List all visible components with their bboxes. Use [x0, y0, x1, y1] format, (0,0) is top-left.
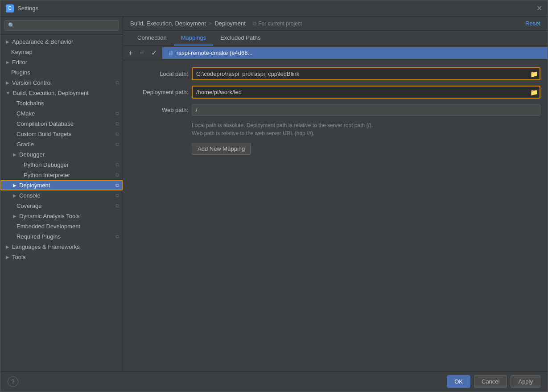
sidebar-tree: ▶ Appearance & Behavior Keymap ▶ Editor … — [0, 35, 123, 371]
sidebar-item-label: Deployment — [19, 182, 50, 189]
sidebar-item-gradle[interactable]: Gradle ⧉ — [0, 139, 123, 149]
sidebar-item-label: Languages & Frameworks — [12, 243, 80, 250]
title-bar: C Settings ✕ — [0, 0, 548, 17]
web-path-input[interactable] — [192, 104, 540, 116]
copy-icon: ⧉ — [115, 80, 119, 86]
sidebar-item-keymap[interactable]: Keymap — [0, 47, 123, 57]
deployment-path-row: Deployment path: 📁 — [130, 86, 540, 99]
sidebar-item-compilation-db[interactable]: Compilation Database ⧉ — [0, 119, 123, 129]
web-path-label: Web path: — [130, 107, 188, 113]
sidebar-item-label: Console — [19, 192, 41, 199]
apply-button[interactable]: Apply — [511, 375, 540, 388]
expand-arrow: ▶ — [13, 193, 16, 198]
search-input[interactable] — [4, 20, 119, 31]
sidebar-item-label: Toolchains — [16, 100, 44, 107]
sidebar-item-python-interpreter[interactable]: Python Interpreter ⧉ — [0, 170, 123, 180]
sidebar-item-label: CMake — [16, 110, 35, 117]
sidebar-item-debugger[interactable]: ▶ Debugger — [0, 149, 123, 160]
web-path-row: Web path: — [130, 104, 540, 116]
check-server-button[interactable]: ✓ — [149, 48, 159, 58]
sidebar-item-dynamic-analysis[interactable]: ▶ Dynamic Analysis Tools — [0, 211, 123, 221]
server-name: raspi-remote-cmake (e4d66... — [177, 50, 253, 56]
copy-icon: ⧉ — [115, 111, 119, 116]
expand-arrow: ▶ — [13, 214, 16, 219]
sidebar-item-label: Embedded Development — [16, 223, 80, 230]
copy-icon: ⧉ — [115, 203, 119, 209]
expand-arrow: ▶ — [6, 39, 9, 44]
ok-button[interactable]: OK — [447, 375, 470, 388]
sidebar-item-python-debugger[interactable]: Python Debugger ⧉ — [0, 160, 123, 170]
help-button[interactable]: ? — [8, 376, 18, 387]
sidebar-item-label: Plugins — [11, 69, 30, 76]
bottom-left: ? — [8, 376, 18, 387]
remove-server-button[interactable]: − — [138, 48, 145, 58]
tabs-bar: Connection Mappings Excluded Paths — [123, 31, 548, 46]
sidebar-item-tools[interactable]: ▶ Tools — [0, 252, 123, 262]
deployment-path-input[interactable] — [192, 86, 540, 99]
sidebar-item-build-exec-deploy[interactable]: ▼ Build, Execution, Deployment — [0, 88, 123, 98]
sidebar-item-label: Python Interpreter — [24, 172, 70, 178]
sidebar-item-coverage[interactable]: Coverage ⧉ — [0, 201, 123, 211]
deployment-path-browse-button[interactable]: 📁 — [528, 88, 540, 97]
sidebar-item-label: Version Control — [12, 79, 52, 86]
window-title: Settings — [17, 5, 38, 12]
tab-mappings[interactable]: Mappings — [174, 31, 213, 45]
sidebar-item-label: Custom Build Targets — [16, 131, 71, 137]
local-path-browse-button[interactable]: 📁 — [528, 70, 540, 78]
app-icon: C — [6, 4, 14, 12]
settings-window: C Settings ✕ ▶ Appearance & Behavior Key… — [0, 0, 548, 392]
sidebar: ▶ Appearance & Behavior Keymap ▶ Editor … — [0, 17, 123, 371]
sidebar-item-label: Coverage — [16, 202, 41, 209]
add-server-button[interactable]: + — [127, 48, 134, 58]
sidebar-item-label: Keymap — [11, 49, 33, 55]
sidebar-item-version-control[interactable]: ▶ Version Control ⧉ — [0, 78, 123, 88]
sidebar-item-required-plugins[interactable]: Required Plugins ⧉ — [0, 231, 123, 242]
content-area: ▶ Appearance & Behavior Keymap ▶ Editor … — [0, 17, 548, 371]
search-box — [0, 17, 123, 35]
tab-excluded-paths[interactable]: Excluded Paths — [213, 31, 268, 45]
sidebar-item-label: Required Plugins — [16, 233, 61, 240]
sidebar-item-deployment[interactable]: ▶ Deployment ⧉ — [0, 180, 123, 190]
sidebar-item-toolchains[interactable]: Toolchains — [0, 98, 123, 108]
expand-arrow: ▶ — [6, 80, 9, 85]
deployment-path-label: Deployment path: — [130, 89, 188, 95]
server-icon: 🖥 — [168, 50, 174, 57]
sidebar-item-custom-build-targets[interactable]: Custom Build Targets ⧉ — [0, 129, 123, 139]
cancel-button[interactable]: Cancel — [474, 375, 507, 388]
local-path-container: 📁 — [192, 67, 540, 80]
copy-icon: ⧉ — [115, 234, 119, 239]
sidebar-item-embedded-dev[interactable]: Embedded Development — [0, 221, 123, 231]
sidebar-item-label: Tools — [12, 254, 25, 260]
server-area: + − ✓ 🖥 raspi-remote-cmake (e4d66... — [123, 46, 548, 60]
local-path-label: Local path: — [130, 70, 188, 77]
sidebar-item-cmake[interactable]: CMake ⧉ — [0, 108, 123, 119]
copy-icon: ⧉ — [115, 182, 119, 188]
expand-arrow: ▶ — [6, 60, 9, 65]
sidebar-item-languages[interactable]: ▶ Languages & Frameworks — [0, 242, 123, 252]
tab-connection[interactable]: Connection — [130, 31, 174, 45]
sidebar-item-appearance[interactable]: ▶ Appearance & Behavior — [0, 37, 123, 47]
local-path-row: Local path: 📁 — [130, 67, 540, 80]
expand-arrow: ▶ — [13, 152, 16, 157]
bottom-right: OK Cancel Apply — [447, 375, 540, 388]
copy-icon: ⧉ — [115, 193, 119, 198]
sidebar-item-plugins[interactable]: Plugins — [0, 67, 123, 78]
copy-icon: ⧉ — [115, 162, 119, 168]
add-mapping-button[interactable]: Add New Mapping — [192, 143, 251, 155]
sidebar-item-label: Dynamic Analysis Tools — [19, 213, 80, 219]
path-hint: Local path is absolute. Deployment path … — [130, 121, 540, 137]
sidebar-item-editor[interactable]: ▶ Editor — [0, 57, 123, 67]
copy-icon: ⧉ — [115, 131, 119, 137]
expand-arrow: ▶ — [6, 244, 9, 249]
close-button[interactable]: ✕ — [536, 4, 542, 12]
sidebar-item-console[interactable]: ▶ Console ⧉ — [0, 190, 123, 201]
reset-button[interactable]: Reset — [525, 20, 540, 27]
copy-icon: ⧉ — [115, 141, 119, 147]
sidebar-item-label: Build, Execution, Deployment — [13, 90, 89, 96]
expand-arrow: ▶ — [6, 255, 9, 260]
web-path-container — [192, 104, 540, 116]
expand-arrow: ▼ — [6, 91, 10, 95]
local-path-input[interactable] — [192, 67, 540, 80]
server-toolbar: + − ✓ — [123, 46, 162, 60]
server-row[interactable]: 🖥 raspi-remote-cmake (e4d66... — [162, 47, 548, 59]
